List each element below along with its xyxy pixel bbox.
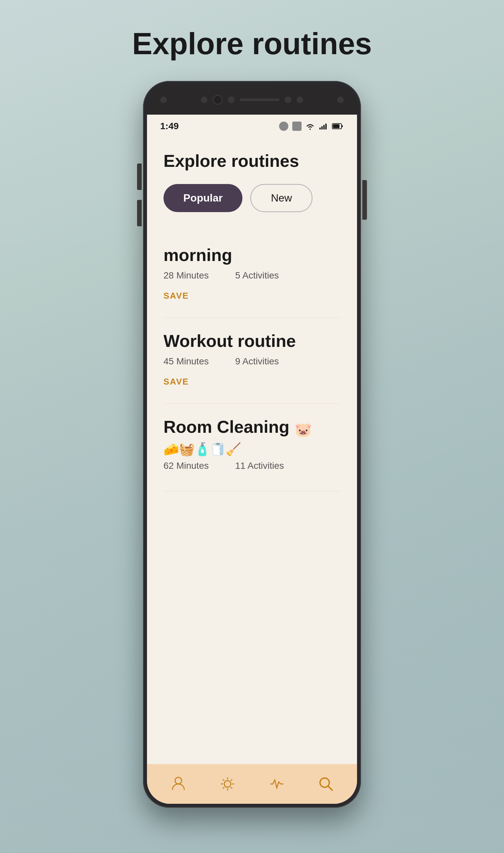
main-camera <box>213 95 222 105</box>
popular-filter-button[interactable]: Popular <box>163 184 242 212</box>
front-camera-dot <box>160 96 167 103</box>
status-icon-2 <box>292 122 302 131</box>
bottom-nav <box>147 764 357 804</box>
svg-line-19 <box>328 786 332 790</box>
page-title: Explore routines <box>132 26 372 61</box>
sensor-dot-2 <box>228 96 234 103</box>
svg-line-17 <box>223 787 224 788</box>
routine-activities-morning: 5 Activities <box>235 270 279 281</box>
svg-rect-7 <box>342 125 343 127</box>
phone-hardware-bar <box>147 85 357 114</box>
person-icon <box>170 775 187 793</box>
volume-up-button <box>137 163 142 190</box>
sensor-dot <box>201 96 208 103</box>
sun-icon <box>219 775 236 793</box>
svg-rect-4 <box>325 124 327 129</box>
routine-duration-morning: 28 Minutes <box>163 270 209 281</box>
routine-card-cleaning: Room Cleaning 🐷 🧀🧺🧴🧻🧹 62 Minutes 11 Acti… <box>163 404 341 491</box>
svg-point-0 <box>309 128 311 130</box>
phone-screen: 1:49 <box>147 85 357 804</box>
nav-search[interactable] <box>318 775 335 793</box>
indicator-dot <box>337 96 344 103</box>
status-bar: 1:49 <box>147 114 357 138</box>
routine-card-workout: Workout routine 45 Minutes 9 Activities … <box>163 318 341 404</box>
phone-frame: 1:49 <box>143 81 361 808</box>
signal-icon <box>319 122 328 130</box>
phone-screen-content: 1:49 <box>147 114 357 804</box>
activity-icon <box>268 775 285 793</box>
routine-name-workout: Workout routine <box>163 331 341 351</box>
svg-rect-6 <box>333 124 340 128</box>
status-icon-1 <box>279 122 288 131</box>
routine-activities-cleaning: 11 Activities <box>235 461 284 471</box>
routine-name-cleaning: Room Cleaning <box>163 417 289 437</box>
routine-emojis-cleaning: 🧀🧺🧴🧻🧹 <box>163 442 341 457</box>
svg-line-16 <box>231 779 232 781</box>
status-icons <box>279 122 344 131</box>
nav-person[interactable] <box>170 775 187 793</box>
status-time: 1:49 <box>160 121 179 131</box>
app-content: Explore routines Popular New morning 28 … <box>147 138 357 764</box>
svg-rect-1 <box>319 127 321 129</box>
cleaning-emoji-pig: 🐷 <box>294 422 312 438</box>
power-button <box>362 180 367 220</box>
routine-meta-workout: 45 Minutes 9 Activities <box>163 356 341 367</box>
speaker-bar <box>240 99 280 101</box>
nav-routines[interactable] <box>219 775 236 793</box>
svg-line-14 <box>223 779 224 781</box>
volume-down-button <box>137 200 142 226</box>
svg-point-18 <box>320 778 329 787</box>
svg-point-8 <box>175 777 182 784</box>
app-header: Explore routines <box>163 151 341 171</box>
routine-meta-morning: 28 Minutes 5 Activities <box>163 270 341 281</box>
sensor-dot-3 <box>285 96 291 103</box>
routine-name-morning: morning <box>163 245 341 265</box>
camera-area <box>201 95 303 105</box>
routine-activities-workout: 9 Activities <box>235 356 279 367</box>
routine-meta-cleaning: 62 Minutes 11 Activities <box>163 461 341 471</box>
front-camera-2 <box>296 96 303 103</box>
routine-save-morning[interactable]: SAVE <box>163 287 341 304</box>
filter-buttons: Popular New <box>163 184 341 212</box>
routine-save-workout[interactable]: SAVE <box>163 373 341 390</box>
routine-card-morning: morning 28 Minutes 5 Activities SAVE <box>163 232 341 318</box>
new-filter-button[interactable]: New <box>250 184 312 212</box>
nav-activity[interactable] <box>268 775 285 793</box>
wifi-icon <box>306 122 315 130</box>
svg-line-15 <box>231 787 232 788</box>
svg-point-9 <box>224 781 231 787</box>
battery-icon <box>332 122 344 130</box>
routine-duration-workout: 45 Minutes <box>163 356 209 367</box>
routine-duration-cleaning: 62 Minutes <box>163 461 209 471</box>
svg-rect-2 <box>321 126 323 129</box>
svg-rect-3 <box>323 125 325 129</box>
search-icon <box>318 775 335 793</box>
